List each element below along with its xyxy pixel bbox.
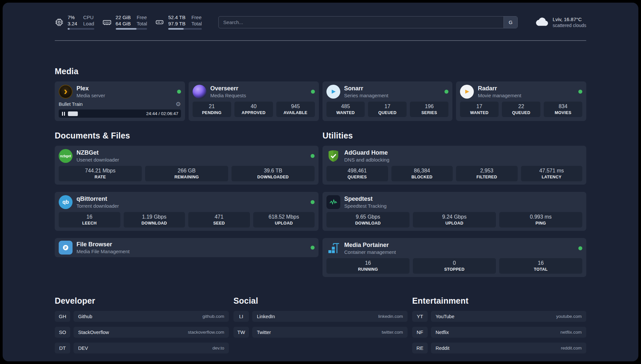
stat-label: SEED xyxy=(190,221,249,226)
bookmark-name: YouTube xyxy=(436,314,556,319)
stat-label: WANTED xyxy=(461,110,497,115)
gear-icon[interactable]: ⚙ xyxy=(176,101,181,107)
stat-value: 9.24 Gbps xyxy=(414,214,495,220)
qbittorrent-icon: qb xyxy=(59,195,73,209)
service-card-radarr[interactable]: Radarr Movie management 17 WANTED 22 QUE… xyxy=(456,81,586,121)
service-name: Media Portainer xyxy=(344,242,574,249)
disk-total-value: 97.9 TB xyxy=(168,21,185,26)
bookmark-url: dev.to xyxy=(212,346,224,350)
stat-box: 16 RUNNING xyxy=(326,258,410,274)
service-name: AdGuard Home xyxy=(344,149,582,156)
ram-usage-bar-fill xyxy=(116,28,137,30)
bookmark-bar: Reddit reddit.com xyxy=(431,343,586,353)
service-name: Overseerr xyxy=(210,85,307,92)
topbar-divider xyxy=(55,40,586,41)
stat-value: 40 xyxy=(236,104,272,109)
stat-box: 0.993 ms PING xyxy=(499,212,582,228)
plex-chevron: › xyxy=(64,85,67,96)
stat-label: SERIES xyxy=(411,110,447,115)
bookmark-abbr: RE xyxy=(412,343,428,353)
sonarr-icon xyxy=(326,85,340,99)
service-card-filebrowser[interactable]: File Browser Media File Management xyxy=(55,238,319,257)
stat-label: RATE xyxy=(60,175,140,179)
stat-label: QUEUED xyxy=(369,110,405,115)
bookmark-reddit[interactable]: RE Reddit reddit.com xyxy=(412,343,586,353)
bookmarks-social: Social LI LinkedIn linkedin.com TW Twitt… xyxy=(233,296,408,343)
topbar: 7% CPU 3.24 Load xyxy=(55,3,586,30)
stat-value: 16 xyxy=(501,260,581,266)
service-subtitle: Speedtest Tracking xyxy=(344,203,582,209)
service-card-qbittorrent[interactable]: qb qBittorrent Torrent downloader 16 LEE… xyxy=(55,192,319,231)
bookmark-stackoverflow[interactable]: SO StackOverflow stackoverflow.com xyxy=(55,327,229,338)
service-card-overseerr[interactable]: Overseerr Media Requests 21 PENDING 40 A… xyxy=(189,81,319,121)
bookmark-url: stackoverflow.com xyxy=(188,330,224,335)
bookmark-name: Github xyxy=(78,314,202,319)
media-section-title: Media xyxy=(55,67,586,76)
stat-box: 16 LEECH xyxy=(59,212,120,228)
entertainment-section-title: Entertainment xyxy=(412,296,586,306)
stat-label: PING xyxy=(501,221,581,226)
bookmark-netflix[interactable]: NF Netflix netflix.com xyxy=(412,327,586,338)
stat-label: QUEUED xyxy=(503,110,539,115)
stat-label: LEECH xyxy=(60,221,119,226)
status-dot xyxy=(311,246,315,250)
service-card-nzbget[interactable]: nzbget NZBGet Usenet downloader 744.21 M… xyxy=(55,146,319,185)
cpu-label: CPU xyxy=(83,15,94,20)
bookmark-linkedin[interactable]: LI LinkedIn linkedin.com xyxy=(233,311,408,322)
bookmark-url: twitter.com xyxy=(382,330,403,335)
bookmark-abbr: LI xyxy=(233,311,249,322)
stat-value: 9.65 Gbps xyxy=(328,214,408,220)
bookmark-bar: StackOverflow stackoverflow.com xyxy=(74,327,229,338)
service-subtitle: Container management xyxy=(344,249,574,255)
playback-progress[interactable] xyxy=(68,109,143,118)
filebrowser-icon xyxy=(59,241,73,255)
stat-label: DOWNLOAD xyxy=(125,221,184,226)
stat-box: 1.19 Gbps DOWNLOAD xyxy=(124,212,185,228)
bookmark-dev[interactable]: DT DEV dev.to xyxy=(55,343,229,353)
bookmark-bar: LinkedIn linkedin.com xyxy=(252,311,408,322)
service-card-portainer[interactable]: Media Portainer Container management 16 … xyxy=(322,238,586,277)
now-playing-title: Bullet Train xyxy=(59,102,176,107)
disk-usage-bar xyxy=(168,28,202,30)
status-dot xyxy=(177,90,181,94)
service-card-adguard[interactable]: AdGuard Home DNS and adblocking 498,461 … xyxy=(322,146,586,185)
weather-location: Lviv, 16.87°C xyxy=(553,16,586,22)
bookmark-abbr: DT xyxy=(55,343,70,353)
stat-label: RUNNING xyxy=(328,267,408,272)
stat-value: 22 xyxy=(503,104,539,109)
service-card-plex[interactable]: › Plex Media server Bullet Train ⚙ xyxy=(55,81,185,121)
pause-button[interactable] xyxy=(61,112,65,116)
playback-progress-fill xyxy=(68,111,78,116)
bookmark-github[interactable]: GH Github github.com xyxy=(55,311,229,322)
bookmark-abbr: GH xyxy=(55,311,70,322)
bookmark-youtube[interactable]: YT YouTube youtube.com xyxy=(412,311,586,322)
bookmark-abbr: NF xyxy=(412,327,428,338)
stat-box: 945 AVAILABLE xyxy=(276,102,315,117)
ram-total-value: 64 GiB xyxy=(116,21,131,26)
bookmark-abbr: SO xyxy=(55,327,70,338)
stat-label: TOTAL xyxy=(501,267,581,272)
stat-box: 16 TOTAL xyxy=(499,258,582,274)
bookmarks-developer: Developer GH Github github.com SO StackO… xyxy=(55,296,229,358)
disk-usage-bar-fill xyxy=(168,28,184,30)
stat-value: 17 xyxy=(369,104,405,109)
search-input[interactable] xyxy=(219,16,504,28)
stat-label: AVAILABLE xyxy=(278,110,314,115)
stat-label: DOWNLOAD xyxy=(328,221,408,226)
stat-box: 498,461 QUERIES xyxy=(326,166,388,181)
stat-value: 266 GB xyxy=(146,168,227,174)
ram-icon xyxy=(102,17,112,27)
bookmark-name: LinkedIn xyxy=(257,314,378,319)
service-name: Radarr xyxy=(478,85,574,92)
speedtest-icon xyxy=(326,195,340,209)
bookmark-name: DEV xyxy=(78,346,212,351)
service-subtitle: Media File Management xyxy=(76,249,307,254)
service-card-speedtest[interactable]: Speedtest Speedtest Tracking 9.65 Gbps D… xyxy=(322,192,586,231)
service-subtitle: Series management xyxy=(344,93,441,98)
bookmark-twitter[interactable]: TW Twitter twitter.com xyxy=(233,327,408,338)
service-subtitle: Usenet downloader xyxy=(76,157,307,163)
search-provider-button[interactable]: G xyxy=(504,16,517,28)
service-card-sonarr[interactable]: Sonarr Series management 485 WANTED 17 Q… xyxy=(322,81,453,121)
bookmark-name: Netflix xyxy=(436,330,560,335)
search-bar[interactable]: G xyxy=(218,16,518,28)
